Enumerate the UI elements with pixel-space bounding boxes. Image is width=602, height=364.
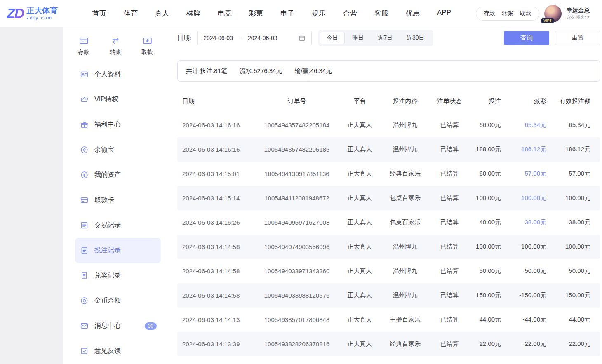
sidebar-item-label: 福利中心 [94,120,121,129]
nav-item-10[interactable]: 优惠 [406,9,420,18]
assets-icon [80,171,89,179]
user-name: 幸运金总 [567,7,602,14]
header-right: 存款转账取款 VIP3 幸运金总 永久域名: z [476,5,602,22]
cell-bet: 22.00元 [470,340,505,348]
gift-icon [80,120,89,129]
nav-item-1[interactable]: 体育 [124,9,138,18]
bank-card-icon [80,196,89,204]
coin-icon [80,146,89,154]
sidebar-item-4[interactable]: 我的资产 [75,162,161,188]
cell-status: 已结算 [429,218,470,226]
nav-item-4[interactable]: 电竞 [218,9,232,18]
calendar-icon [299,35,306,42]
sidebar-item-8[interactable]: 兑奖记录 [75,263,161,288]
cell-valid: 186.12元 [550,146,600,153]
cell-order: 1005493828206370816 [256,341,338,348]
nav-item-6[interactable]: 电子 [280,9,294,18]
cell-platform: 正大真人 [338,218,381,226]
cell-content: 经典百家乐 [381,170,429,178]
cell-valid: 100.00元 [550,194,600,202]
nav-item-0[interactable]: 首页 [92,9,106,18]
brand-text: 正大体育 zdty.com [26,6,58,20]
wallet-link-0[interactable]: 存款 [484,10,495,17]
table-row: 2024-06-03 14:13:391005493828206370816正大… [177,332,600,356]
cell-valid: 100.00元 [550,243,600,251]
main-content: 日期: 2024-06-03 ~ 2024-06-03 今日昨日近7日近30日 … [173,27,602,364]
sidebar-item-3[interactable]: 余额宝 [75,137,161,162]
cell-date: 2024-06-03 14:14:58 [177,268,256,275]
sidebar-item-7[interactable]: 投注记录 [75,238,161,263]
wallet-pill: 存款转账取款 [476,7,539,21]
cell-date: 2024-06-03 14:15:01 [177,170,256,177]
cell-date: 2024-06-03 14:16:16 [177,146,256,153]
date-range-picker[interactable]: 2024-06-03 ~ 2024-06-03 [197,31,312,45]
nav-item-11[interactable]: APP [437,9,451,18]
range-tab-3[interactable]: 近30日 [400,32,431,44]
top-header: ZD 正大体育 zdty.com 首页体育真人棋牌电竞彩票电子娱乐合营客服优惠A… [0,0,602,27]
deposit-icon [79,35,89,46]
brand-logo[interactable]: ZD 正大体育 zdty.com [7,5,76,21]
column-header-3: 投注内容 [381,97,429,105]
quick-action-1[interactable]: 转账 [108,35,122,56]
logo-monogram-icon: ZD [7,5,24,21]
nav-item-9[interactable]: 客服 [374,9,388,18]
nav-item-2[interactable]: 真人 [155,9,169,18]
quick-action-0[interactable]: 存款 [77,35,91,56]
cell-platform: 正大真人 [338,121,381,129]
quick-action-label: 存款 [78,49,89,56]
avatar[interactable]: VIP3 [544,5,562,22]
cell-valid: 150.00元 [550,291,600,299]
summary-total-bets: 共计 投注:81笔 [186,67,227,75]
sidebar-menu: 个人资料VIP特权福利中心余额宝我的资产取款卡交易记录投注记录兑奖记录金币余额消… [63,62,173,364]
permanent-domain-note: 永久域名: z [567,14,602,21]
sidebar-item-2[interactable]: 福利中心 [75,112,161,137]
nav-item-3[interactable]: 棋牌 [186,9,200,18]
sidebar-item-10[interactable]: 消息中心30 [75,313,161,338]
cell-status: 已结算 [429,194,470,202]
table-header: 日期订单号平台投注内容注单状态投注派彩有效投注额 [177,89,600,113]
sidebar-item-1[interactable]: VIP特权 [75,87,161,112]
crown-icon [80,95,89,104]
cell-valid: 38.00元 [550,218,600,226]
cell-content: 温州牌九 [381,121,429,129]
cell-payout: -100.00元 [505,243,550,251]
wallet-link-1[interactable]: 转账 [502,10,513,17]
nav-item-7[interactable]: 娱乐 [312,9,326,18]
main-nav: 首页体育真人棋牌电竞彩票电子娱乐合营客服优惠APP [92,9,451,18]
sidebar-item-label: 个人资料 [94,70,121,79]
reset-button[interactable]: 重置 [555,31,600,45]
range-tab-0[interactable]: 今日 [320,32,345,44]
quick-action-label: 取款 [141,49,153,56]
query-button[interactable]: 查询 [504,31,549,45]
range-tab-2[interactable]: 近7日 [371,32,399,44]
sidebar-item-11[interactable]: 意见反馈 [75,338,161,364]
cell-date: 2024-06-03 14:14:13 [177,316,256,323]
unread-count-badge: 30 [145,322,157,330]
wallet-link-2[interactable]: 取款 [520,10,531,17]
column-header-1: 订单号 [256,97,338,105]
table-row: 2024-06-03 14:16:161005494357482205184正大… [177,113,600,137]
gold-coin-icon [80,296,89,305]
cell-order: 1005494074903556096 [256,243,338,250]
quick-action-2[interactable]: 取款 [140,35,154,56]
cell-content: 温州牌九 [381,267,429,275]
cell-date: 2024-06-03 14:14:58 [177,243,256,250]
cell-platform: 正大真人 [338,194,381,202]
sidebar-item-label: 消息中心 [94,322,121,330]
cell-platform: 正大真人 [338,170,381,178]
cell-bet: 150.00元 [470,291,505,299]
nav-item-5[interactable]: 彩票 [249,9,263,18]
cell-content: 包桌百家乐 [381,218,429,226]
nav-item-8[interactable]: 合营 [343,9,357,18]
sidebar-item-5[interactable]: 取款卡 [75,188,161,213]
sidebar-item-6[interactable]: 交易记录 [75,213,161,238]
sidebar-item-label: 兑奖记录 [94,271,121,280]
sidebar-item-0[interactable]: 个人资料 [75,62,161,87]
range-tab-1[interactable]: 昨日 [346,32,370,44]
sidebar-item-9[interactable]: 金币余额 [75,288,161,313]
cell-status: 已结算 [429,291,470,299]
page-background-gutter [0,27,63,364]
page-body: 存款转账取款 个人资料VIP特权福利中心余额宝我的资产取款卡交易记录投注记录兑奖… [0,27,602,364]
feedback-icon [80,347,89,355]
cell-content: 温州牌九 [381,291,429,299]
